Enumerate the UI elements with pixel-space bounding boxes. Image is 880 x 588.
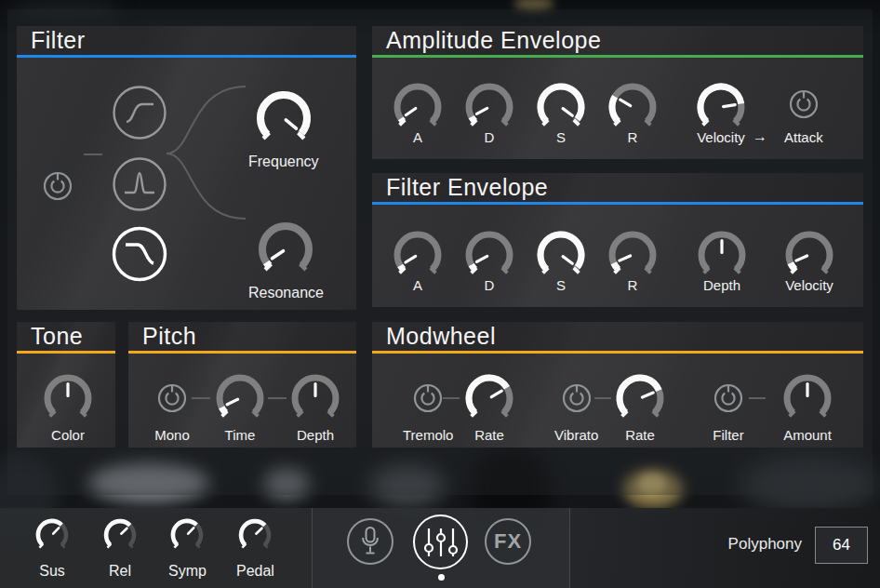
power-icon[interactable] (559, 381, 594, 416)
tone-panel: Tone Color (17, 322, 115, 448)
knob-label: Velocity (697, 129, 745, 145)
power-icon[interactable] (154, 381, 190, 416)
filter-power-button[interactable] (40, 168, 75, 204)
knob-dial[interactable] (782, 228, 836, 282)
mixer-sliders-icon (422, 524, 460, 561)
knob-dial[interactable] (534, 228, 588, 282)
amp-attack-knob[interactable]: A (391, 80, 445, 145)
fenv-velocity-knob[interactable]: Velocity (782, 228, 836, 293)
pitch-depth-knob[interactable]: Depth (288, 371, 342, 443)
filter-envelope-panel: Filter Envelope A D S R Depth Velocity (372, 173, 863, 307)
resonance-knob[interactable]: Resonance (248, 218, 324, 301)
modwheel-panel: Modwheel Tremolo Rate Vibrato Rate Filte… (372, 322, 863, 448)
power-label: Vibrato (554, 427, 598, 443)
knob-dial[interactable] (213, 371, 267, 425)
mic-page-button[interactable] (347, 518, 393, 565)
knob-label: Velocity (785, 277, 833, 293)
knob-dial[interactable] (613, 371, 667, 425)
filter-env-header: Filter Envelope (372, 173, 863, 205)
amp-velocity-knob[interactable]: Velocity (694, 80, 748, 145)
sympathetic-knob[interactable]: Symp (168, 516, 207, 580)
panel-title: Filter (31, 27, 86, 54)
knob-dial[interactable] (534, 80, 588, 134)
fx-page-button[interactable]: FX (485, 518, 531, 565)
knob-dial[interactable] (33, 516, 71, 554)
knob-label: S (556, 277, 566, 293)
sustain-knob[interactable]: Sus (33, 516, 71, 580)
fenv-sustain-knob[interactable]: S (534, 228, 588, 293)
fenv-decay-knob[interactable]: D (462, 228, 516, 293)
knob-label: Rel (109, 563, 131, 580)
power-icon[interactable] (786, 87, 821, 122)
knob-dial[interactable] (288, 371, 342, 425)
fenv-attack-knob[interactable]: A (391, 228, 445, 293)
knob-label: S (556, 129, 566, 145)
knob-dial[interactable] (252, 87, 315, 150)
filter-type-lowpass-button[interactable] (111, 225, 168, 287)
fenv-depth-knob[interactable]: Depth (695, 228, 749, 293)
knob-dial[interactable] (462, 371, 516, 425)
panel-title: Filter Envelope (386, 174, 548, 201)
knob-label: A (413, 277, 422, 293)
knob-dial[interactable] (236, 516, 273, 554)
pitch-time-knob[interactable]: Time (213, 371, 267, 443)
knob-dial[interactable] (694, 80, 748, 134)
amp-sustain-knob[interactable]: S (534, 80, 588, 145)
pedal-knob[interactable]: Pedal (236, 516, 274, 580)
power-icon[interactable] (410, 381, 446, 416)
knob-dial[interactable] (41, 371, 95, 425)
knob-label: Amount (783, 427, 832, 443)
knob-dial[interactable] (168, 516, 206, 554)
knob-dial[interactable] (606, 80, 660, 134)
frequency-knob[interactable]: Frequency (248, 87, 319, 170)
knob-dial[interactable] (780, 371, 834, 425)
modwheel-amount-knob[interactable]: Amount (780, 371, 834, 443)
knob-label: Depth (703, 277, 740, 293)
footer-divider (312, 508, 313, 588)
knob-label: Depth (297, 427, 334, 443)
filter-type-highpass-button[interactable] (111, 84, 168, 145)
power-icon[interactable] (711, 381, 746, 416)
footer-divider (569, 508, 570, 588)
panel-title: Amplitude Envelope (386, 27, 601, 54)
power-label: Mono (154, 427, 190, 443)
knob-label: Rate (474, 427, 504, 443)
tremolo-power-button[interactable]: Tremolo (403, 381, 453, 443)
fx-label: FX (494, 529, 522, 554)
knob-dial[interactable] (391, 80, 445, 134)
footer-bar: Sus Rel Symp Pedal FX P (0, 508, 880, 588)
knob-dial[interactable] (695, 228, 749, 282)
modwheel-filter-power-button[interactable]: Filter (711, 381, 746, 443)
vibrato-power-button[interactable]: Vibrato (554, 381, 598, 443)
panel-title: Modwheel (386, 323, 496, 350)
highpass-curve-icon (111, 84, 168, 141)
knob-dial[interactable] (462, 228, 516, 282)
amp-env-header: Amplitude Envelope (372, 26, 863, 58)
panel-title: Tone (31, 323, 83, 350)
polyphony-label: Polyphony (605, 535, 802, 554)
knob-label: D (485, 277, 495, 293)
knob-dial[interactable] (254, 218, 317, 281)
tremolo-rate-knob[interactable]: Rate (462, 371, 516, 443)
knob-dial[interactable] (101, 516, 139, 554)
lowpass-curve-icon (111, 225, 168, 283)
color-knob[interactable]: Color (41, 371, 95, 443)
knob-dial[interactable] (391, 228, 445, 282)
mono-power-button[interactable]: Mono (154, 381, 190, 443)
vibrato-rate-knob[interactable]: Rate (613, 371, 667, 443)
release-knob[interactable]: Rel (101, 516, 139, 580)
filter-panel: Filter Frequency Resonance (17, 26, 356, 310)
amp-release-knob[interactable]: R (606, 80, 660, 145)
knob-dial[interactable] (606, 228, 660, 282)
velocity-to-attack-power-button[interactable]: Attack (784, 87, 823, 145)
knob-dial[interactable] (462, 80, 516, 134)
knob-label: R (628, 129, 638, 145)
polyphony-value-field[interactable]: 64 (815, 527, 868, 564)
mixer-page-button[interactable] (413, 514, 468, 569)
microphone-icon (352, 523, 389, 560)
fenv-release-knob[interactable]: R (606, 228, 660, 293)
power-icon[interactable] (40, 168, 75, 204)
filter-panel-header: Filter (17, 26, 356, 58)
filter-type-bandpass-button[interactable] (111, 155, 168, 217)
amp-decay-knob[interactable]: D (462, 80, 516, 145)
